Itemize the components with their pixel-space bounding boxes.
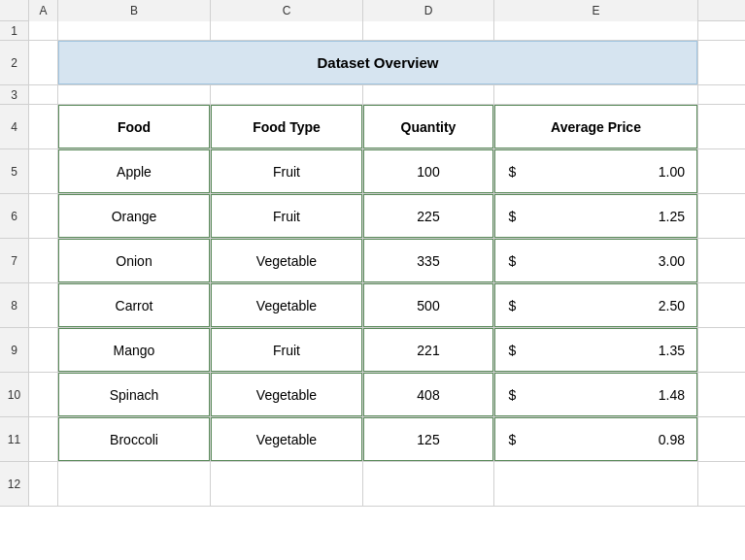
row-num-10[interactable]: 10	[0, 373, 29, 416]
cell-b9[interactable]: Mango	[58, 328, 211, 372]
cell-b5[interactable]: Apple	[58, 149, 211, 193]
data-price-10: $ 1.48	[494, 373, 697, 416]
cell-e1[interactable]	[494, 21, 698, 40]
cell-d1[interactable]	[363, 21, 494, 40]
cell-d10[interactable]: 408	[363, 373, 494, 416]
cell-d4[interactable]: Quantity	[363, 105, 494, 148]
grid: A B C D E 1 2 Dataset Overview 3	[0, 0, 745, 560]
cell-e7[interactable]: $ 3.00	[494, 239, 698, 282]
cell-a9[interactable]	[29, 328, 58, 372]
cell-e10[interactable]: $ 1.48	[494, 373, 698, 416]
col-header-d[interactable]: D	[363, 0, 494, 21]
cell-b12[interactable]	[58, 462, 211, 506]
col-header-a[interactable]: A	[29, 0, 58, 21]
cell-b10[interactable]: Spinach	[58, 373, 211, 416]
row-num-2[interactable]: 2	[0, 41, 29, 84]
cell-a2[interactable]	[29, 41, 58, 84]
cell-c4[interactable]: Food Type	[211, 105, 363, 148]
cell-e9[interactable]: $ 1.35	[494, 328, 698, 372]
cell-d5[interactable]: 100	[363, 149, 494, 193]
price-amount-10: 1.48	[529, 387, 696, 403]
cell-d9[interactable]: 221	[363, 328, 494, 372]
cell-c1[interactable]	[211, 21, 363, 40]
cell-a3[interactable]	[29, 85, 58, 104]
cell-b6[interactable]: Orange	[58, 194, 211, 238]
cell-e5[interactable]: $ 1.00	[494, 149, 698, 193]
cell-b4[interactable]: Food	[58, 105, 211, 148]
cell-b1[interactable]	[58, 21, 211, 40]
row-num-11[interactable]: 11	[0, 417, 29, 461]
cell-c12[interactable]	[211, 462, 363, 506]
row-num-9[interactable]: 9	[0, 328, 29, 372]
cell-d6[interactable]: 225	[363, 194, 494, 238]
col-header-e[interactable]: E	[494, 0, 698, 21]
row-num-1[interactable]: 1	[0, 21, 29, 40]
data-food-8: Carrot	[58, 283, 210, 327]
cell-d12[interactable]	[363, 462, 494, 506]
dollar-sign-11: $	[495, 432, 529, 447]
col-header-b[interactable]: B	[58, 0, 211, 21]
cell-c8[interactable]: Vegetable	[211, 283, 363, 327]
cell-e8[interactable]: $ 2.50	[494, 283, 698, 327]
data-qty-7: 335	[363, 239, 493, 282]
data-price-11: $ 0.98	[494, 417, 697, 461]
cell-c3[interactable]	[211, 85, 363, 104]
data-type-6: Fruit	[211, 194, 362, 238]
cell-a8[interactable]	[29, 283, 58, 327]
cell-b2-merged[interactable]: Dataset Overview	[58, 41, 698, 84]
cell-a6[interactable]	[29, 194, 58, 238]
data-qty-11: 125	[363, 417, 493, 461]
cell-e6[interactable]: $ 1.25	[494, 194, 698, 238]
cell-b3[interactable]	[58, 85, 211, 104]
cell-a5[interactable]	[29, 149, 58, 193]
row-num-8[interactable]: 8	[0, 283, 29, 327]
cell-b8[interactable]: Carrot	[58, 283, 211, 327]
col-header-c[interactable]: C	[211, 0, 363, 21]
data-price-5: $ 1.00	[494, 149, 697, 193]
row-num-7[interactable]: 7	[0, 239, 29, 282]
data-type-10: Vegetable	[211, 373, 362, 416]
cell-c9[interactable]: Fruit	[211, 328, 363, 372]
cell-c6[interactable]: Fruit	[211, 194, 363, 238]
header-quantity: Quantity	[363, 105, 493, 148]
cell-d8[interactable]: 500	[363, 283, 494, 327]
cell-b7[interactable]: Onion	[58, 239, 211, 282]
data-type-11: Vegetable	[211, 417, 362, 461]
row-4-headers: 4 Food Food Type Quantity Average Price	[0, 105, 745, 149]
cell-e12[interactable]	[494, 462, 698, 506]
row-num-12[interactable]: 12	[0, 462, 29, 506]
cell-c7[interactable]: Vegetable	[211, 239, 363, 282]
cell-a10[interactable]	[29, 373, 58, 416]
dollar-sign-9: $	[495, 343, 529, 358]
cell-c5[interactable]: Fruit	[211, 149, 363, 193]
row-num-4[interactable]: 4	[0, 105, 29, 148]
cell-d11[interactable]: 125	[363, 417, 494, 461]
dollar-sign-8: $	[495, 298, 529, 313]
cell-a11[interactable]	[29, 417, 58, 461]
data-food-10: Spinach	[58, 373, 210, 416]
cell-e3[interactable]	[494, 85, 698, 104]
cell-d7[interactable]: 335	[363, 239, 494, 282]
cell-c10[interactable]: Vegetable	[211, 373, 363, 416]
data-price-6: $ 1.25	[494, 194, 697, 238]
price-amount-8: 2.50	[529, 298, 696, 313]
cell-a12[interactable]	[29, 462, 58, 506]
cell-a1[interactable]	[29, 21, 58, 40]
row-num-5[interactable]: 5	[0, 149, 29, 193]
data-qty-5: 100	[363, 149, 493, 193]
cell-a7[interactable]	[29, 239, 58, 282]
cell-d3[interactable]	[363, 85, 494, 104]
cell-a4[interactable]	[29, 105, 58, 148]
row-num-6[interactable]: 6	[0, 194, 29, 238]
row-3: 3	[0, 85, 745, 105]
cell-e4[interactable]: Average Price	[494, 105, 698, 148]
cell-c11[interactable]: Vegetable	[211, 417, 363, 461]
row-11: 11 Broccoli Vegetable 125 $ 0.98	[0, 417, 745, 462]
cell-b11[interactable]: Broccoli	[58, 417, 211, 461]
row-num-3[interactable]: 3	[0, 85, 29, 104]
dataset-title: Dataset Overview	[58, 41, 697, 84]
data-food-5: Apple	[58, 149, 210, 193]
header-food: Food	[58, 105, 210, 148]
cell-e11[interactable]: $ 0.98	[494, 417, 698, 461]
header-avg-price: Average Price	[494, 105, 697, 148]
